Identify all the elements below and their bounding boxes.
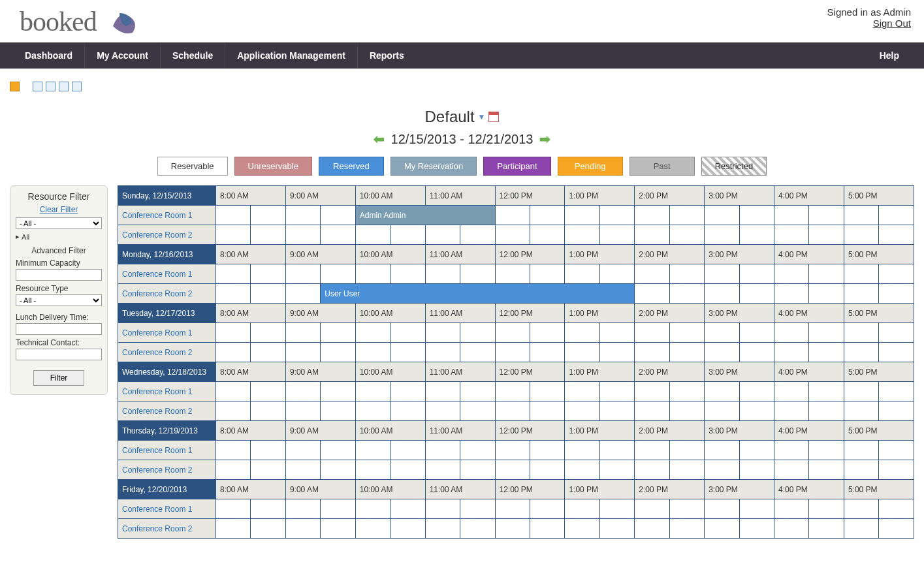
time-slot[interactable] [739, 225, 774, 245]
time-slot[interactable] [844, 264, 878, 284]
lunch-delivery-input[interactable] [16, 323, 102, 335]
time-slot[interactable] [495, 206, 530, 225]
next-week-button[interactable]: ➡ [539, 131, 550, 147]
time-slot[interactable] [390, 499, 425, 519]
time-slot[interactable] [774, 519, 809, 539]
time-slot[interactable] [669, 499, 704, 519]
view-condensed-icon[interactable] [72, 82, 82, 91]
time-slot[interactable] [425, 441, 460, 460]
prev-week-button[interactable]: ⬅ [374, 131, 385, 147]
resource-link[interactable]: Conference Room 2 [118, 401, 216, 421]
time-slot[interactable] [879, 499, 914, 519]
time-slot[interactable] [879, 225, 914, 245]
time-slot[interactable] [460, 460, 495, 480]
time-slot[interactable] [599, 441, 634, 460]
time-slot[interactable] [705, 343, 739, 362]
time-slot[interactable] [495, 519, 530, 539]
time-slot[interactable] [530, 519, 564, 539]
time-slot[interactable] [321, 323, 355, 343]
time-slot[interactable] [460, 264, 495, 284]
time-slot[interactable] [216, 519, 251, 539]
time-slot[interactable] [460, 382, 495, 401]
time-slot[interactable] [844, 519, 878, 539]
time-slot[interactable] [809, 343, 844, 362]
time-slot[interactable] [844, 343, 878, 362]
time-slot[interactable] [251, 323, 285, 343]
tech-contact-input[interactable] [16, 349, 102, 360]
time-slot[interactable] [285, 323, 320, 343]
filter-resource-select[interactable]: - All - [16, 217, 102, 229]
time-slot[interactable] [530, 206, 564, 225]
time-slot[interactable] [669, 343, 704, 362]
time-slot[interactable] [879, 441, 914, 460]
time-slot[interactable] [251, 206, 285, 225]
time-slot[interactable] [216, 460, 251, 480]
time-slot[interactable] [251, 499, 285, 519]
time-slot[interactable] [530, 382, 564, 401]
time-slot[interactable] [635, 284, 669, 304]
time-slot[interactable] [355, 519, 390, 539]
time-slot[interactable] [425, 519, 460, 539]
time-slot[interactable] [774, 206, 809, 225]
resource-link[interactable]: Conference Room 1 [118, 323, 216, 343]
time-slot[interactable] [425, 401, 460, 421]
time-slot[interactable] [390, 225, 425, 245]
time-slot[interactable] [669, 225, 704, 245]
time-slot[interactable] [565, 382, 599, 401]
time-slot[interactable] [774, 323, 809, 343]
time-slot[interactable] [774, 460, 809, 480]
time-slot[interactable] [425, 499, 460, 519]
time-slot[interactable] [599, 264, 634, 284]
time-slot[interactable] [425, 323, 460, 343]
logo[interactable]: booked [20, 3, 142, 39]
time-slot[interactable] [774, 441, 809, 460]
time-slot[interactable] [216, 382, 251, 401]
time-slot[interactable] [495, 460, 530, 480]
time-slot[interactable] [285, 206, 320, 225]
time-slot[interactable] [705, 499, 739, 519]
time-slot[interactable] [739, 284, 774, 304]
time-slot[interactable] [251, 343, 285, 362]
time-slot[interactable] [669, 460, 704, 480]
time-slot[interactable] [635, 225, 669, 245]
time-slot[interactable] [251, 382, 285, 401]
time-slot[interactable] [844, 401, 878, 421]
time-slot[interactable] [879, 206, 914, 225]
time-slot[interactable] [669, 206, 704, 225]
time-slot[interactable] [739, 401, 774, 421]
time-slot[interactable] [705, 264, 739, 284]
time-slot[interactable] [879, 519, 914, 539]
favorite-icon[interactable] [10, 82, 20, 91]
time-slot[interactable] [285, 382, 320, 401]
time-slot[interactable] [635, 499, 669, 519]
time-slot[interactable] [251, 401, 285, 421]
time-slot[interactable] [599, 499, 634, 519]
time-slot[interactable] [809, 225, 844, 245]
time-slot[interactable] [879, 284, 914, 304]
view-wide-icon[interactable] [59, 82, 69, 91]
resource-link[interactable]: Conference Room 1 [118, 499, 216, 519]
time-slot[interactable] [425, 264, 460, 284]
time-slot[interactable] [739, 264, 774, 284]
time-slot[interactable] [774, 499, 809, 519]
resource-link[interactable]: Conference Room 2 [118, 519, 216, 539]
time-slot[interactable] [425, 460, 460, 480]
time-slot[interactable] [844, 441, 878, 460]
calendar-icon[interactable] [488, 112, 499, 122]
time-slot[interactable] [216, 284, 251, 304]
time-slot[interactable] [739, 382, 774, 401]
time-slot[interactable] [495, 264, 530, 284]
time-slot[interactable] [635, 206, 669, 225]
time-slot[interactable] [705, 206, 739, 225]
time-slot[interactable] [599, 225, 634, 245]
time-slot[interactable] [565, 323, 599, 343]
view-tall-icon[interactable] [46, 82, 56, 91]
time-slot[interactable] [879, 264, 914, 284]
time-slot[interactable] [495, 401, 530, 421]
time-slot[interactable] [739, 343, 774, 362]
time-slot[interactable] [844, 225, 878, 245]
time-slot[interactable] [599, 401, 634, 421]
tree-expand-icon[interactable]: ▸ [16, 232, 20, 241]
time-slot[interactable] [251, 225, 285, 245]
time-slot[interactable] [809, 284, 844, 304]
